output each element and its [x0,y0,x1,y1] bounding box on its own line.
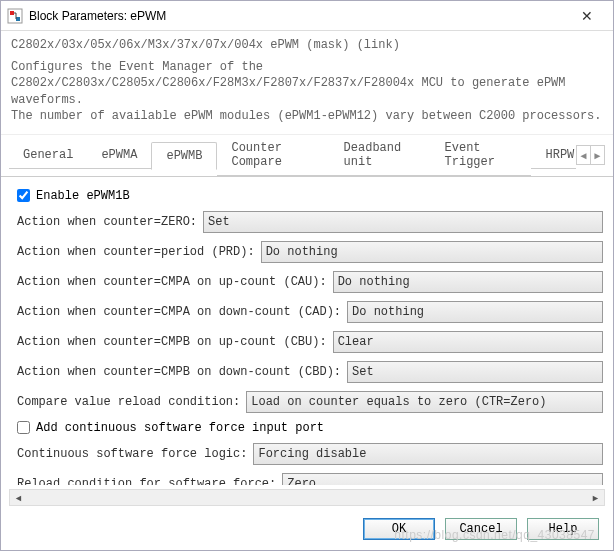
tab-scroll-left[interactable]: ◄ [576,145,590,165]
compare-reload-label: Compare value reload condition: [17,395,240,409]
scroll-right-arrow[interactable]: ► [587,490,604,505]
tab-deadband-unit[interactable]: Deadband unit [330,135,431,176]
cancel-button[interactable]: Cancel [445,518,517,540]
enable-epwm1b-checkbox-row: Enable ePWM1B [17,189,603,203]
action-cau-select[interactable]: Do nothing [333,271,603,293]
titlebar: Block Parameters: ePWM ✕ [1,1,613,31]
tab-epwmb[interactable]: ePWMB [151,142,217,170]
action-prd-label: Action when counter=period (PRD): [17,245,255,259]
simulink-icon [7,8,23,24]
action-cbd-label: Action when counter=CMPB on down-count (… [17,365,341,379]
tab-hrpwm[interactable]: HRPW [531,142,576,169]
enable-epwm1b-checkbox[interactable] [17,189,30,202]
action-cau-label: Action when counter=CMPA on up-count (CA… [17,275,327,289]
mask-link-text: C2802x/03x/05x/06x/M3x/37x/07x/004x ePWM… [11,37,603,53]
action-zero-select[interactable]: Set [203,211,603,233]
add-force-input-row: Add continuous software force input port [17,421,603,435]
action-cad-select[interactable]: Do nothing [347,301,603,323]
action-cad-label: Action when counter=CMPA on down-count (… [17,305,341,319]
action-zero-label: Action when counter=ZERO: [17,215,197,229]
action-cbd-select[interactable]: Set [347,361,603,383]
close-button[interactable]: ✕ [567,2,607,30]
force-logic-label: Continuous software force logic: [17,447,247,461]
enable-epwm1b-label: Enable ePWM1B [36,189,130,203]
description-line1: Configures the Event Manager of the C280… [11,59,603,108]
scroll-left-arrow[interactable]: ◄ [10,490,27,505]
tab-epwma[interactable]: ePWMA [87,142,151,169]
compare-reload-select[interactable]: Load on counter equals to zero (CTR=Zero… [246,391,603,413]
action-prd-select[interactable]: Do nothing [261,241,603,263]
description-line2: The number of available ePWM modules (eP… [11,108,603,124]
force-logic-select[interactable]: Forcing disable [253,443,603,465]
tab-event-trigger[interactable]: Event Trigger [431,135,532,176]
ok-button[interactable]: OK [363,518,435,540]
help-button[interactable]: Help [527,518,599,540]
svg-rect-1 [10,11,14,15]
add-force-input-checkbox[interactable] [17,421,30,434]
tab-counter-compare[interactable]: Counter Compare [217,135,329,176]
tab-general[interactable]: General [9,142,87,169]
horizontal-scrollbar[interactable]: ◄ ► [9,489,605,506]
action-cbu-select[interactable]: Clear [333,331,603,353]
tab-panel-epwmb: Enable ePWM1B Action when counter=ZERO: … [1,176,613,485]
reload-force-label: Reload condition for software force: [17,477,276,485]
mask-description: C2802x/03x/05x/06x/M3x/37x/07x/004x ePWM… [1,31,613,134]
tab-scroll-right[interactable]: ► [591,145,605,165]
svg-rect-2 [16,17,20,21]
button-bar: OK Cancel Help https://blog.csdn.net/qq_… [1,512,613,550]
reload-force-select[interactable]: Zero [282,473,603,485]
dialog-window: Block Parameters: ePWM ✕ C2802x/03x/05x/… [0,0,614,551]
window-title: Block Parameters: ePWM [29,9,567,23]
action-cbu-label: Action when counter=CMPB on up-count (CB… [17,335,327,349]
add-force-input-label: Add continuous software force input port [36,421,324,435]
tabstrip: General ePWMA ePWMB Counter Compare Dead… [1,134,613,176]
